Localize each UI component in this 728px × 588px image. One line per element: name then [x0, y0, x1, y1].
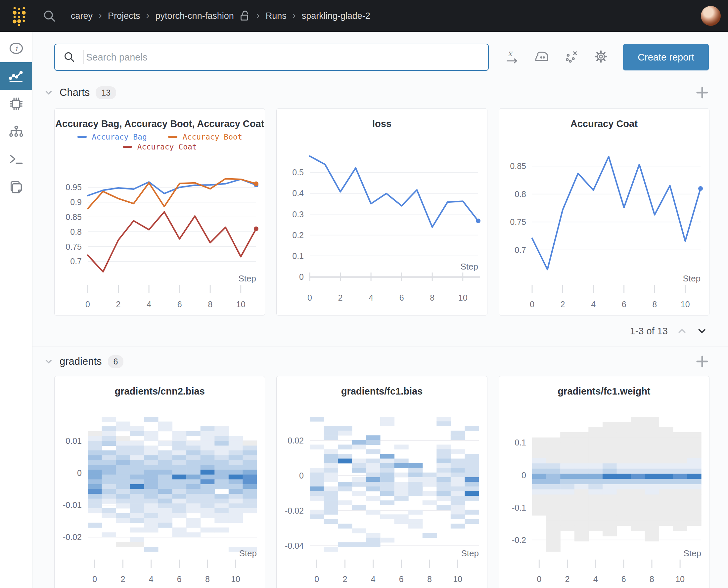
svg-text:8: 8 — [427, 574, 432, 584]
add-panel-icon[interactable] — [695, 354, 709, 369]
svg-text:x: x — [508, 49, 513, 58]
svg-text:0.2: 0.2 — [292, 231, 304, 240]
chart-legend: Accuracy Bag Accuracy Boot Accuracy Coat — [55, 133, 265, 151]
svg-text:Step: Step — [461, 548, 479, 558]
breadcrumb-runs[interactable]: Runs — [266, 11, 287, 21]
svg-text:6: 6 — [177, 300, 182, 309]
svg-text:2: 2 — [343, 574, 347, 584]
svg-text:Step: Step — [239, 548, 257, 558]
section-title-charts[interactable]: Charts — [60, 87, 90, 99]
svg-text:0.4: 0.4 — [292, 189, 304, 198]
svg-text:0: 0 — [530, 300, 534, 309]
legend-item-accuracy-coat[interactable]: Accuracy Coat — [123, 143, 197, 151]
sidebar-item-logs[interactable] — [0, 146, 32, 173]
svg-text:-0.02: -0.02 — [285, 506, 304, 515]
svg-text:6: 6 — [399, 574, 404, 584]
breadcrumb-run[interactable]: sparkling-glade-2 — [302, 11, 370, 21]
panel-cnn2-bias[interactable]: gradients/cnn2.bias 0.010-0.01-0.0202468… — [54, 376, 265, 588]
breadcrumb-project[interactable]: pytorch-cnn-fashion — [156, 11, 234, 21]
svg-text:2: 2 — [338, 293, 343, 302]
svg-text:4: 4 — [147, 300, 151, 309]
svg-text:0.7: 0.7 — [514, 245, 526, 255]
panel-title: gradients/fc1.weight — [499, 384, 709, 398]
panel-count-badge: 6 — [108, 355, 124, 368]
panel-loss[interactable]: loss 0.50.40.30.20.100246810Step — [276, 108, 487, 315]
heatmap-canvas[interactable]: 0.010-0.01-0.020246810Step — [55, 414, 265, 588]
sidebar-item-files[interactable] — [0, 173, 32, 201]
line-chart-canvas[interactable]: 0.950.90.850.80.750.70246810Step — [55, 172, 265, 315]
svg-text:10: 10 — [680, 300, 690, 309]
svg-text:-0.02: -0.02 — [63, 532, 82, 542]
settings-gear-icon[interactable] — [593, 49, 609, 65]
breadcrumb-separator: › — [292, 9, 296, 21]
svg-text:4: 4 — [593, 574, 598, 584]
search-icon — [63, 51, 76, 63]
page-down-icon[interactable] — [696, 326, 707, 337]
section-title-gradients[interactable]: gradients — [60, 356, 102, 368]
search-panels-box[interactable] — [54, 44, 489, 71]
panel-accuracy-multi[interactable]: Accuracy Bag, Accuracy Boot, Accuracy Co… — [54, 108, 265, 315]
svg-text:0.01: 0.01 — [65, 436, 82, 445]
panel-title: gradients/fc1.bias — [277, 384, 487, 398]
legend-swatch — [123, 146, 132, 148]
svg-text:10: 10 — [236, 300, 245, 309]
create-report-button[interactable]: Create report — [623, 44, 709, 70]
heatmap-canvas[interactable]: 0.020-0.02-0.040246810Step — [277, 414, 487, 588]
chevron-down-icon[interactable] — [44, 357, 54, 366]
chevron-down-icon[interactable] — [44, 88, 54, 98]
global-search-icon[interactable] — [42, 9, 56, 23]
panel-accuracy-coat[interactable]: Accuracy Coat 0.850.80.750.70246810Step — [499, 108, 709, 315]
svg-text:4: 4 — [591, 300, 595, 309]
svg-text:0.9: 0.9 — [70, 197, 82, 207]
sidebar-item-charts[interactable] — [0, 62, 32, 90]
search-panels-input[interactable] — [85, 51, 480, 63]
panel-count-badge: 13 — [96, 86, 116, 99]
svg-text:0.02: 0.02 — [288, 436, 304, 445]
svg-text:6: 6 — [622, 300, 626, 309]
svg-text:0.75: 0.75 — [510, 217, 526, 227]
svg-text:4: 4 — [369, 293, 373, 302]
svg-text:0: 0 — [85, 300, 90, 309]
svg-text:0.8: 0.8 — [70, 227, 82, 236]
legend-label: Accuracy Coat — [137, 143, 197, 151]
line-chart-canvas[interactable]: 0.850.80.750.70246810Step — [499, 146, 709, 315]
svg-text:0: 0 — [92, 574, 97, 584]
svg-text:0: 0 — [299, 471, 304, 480]
page-up-icon[interactable] — [676, 326, 688, 337]
breadcrumb-entity[interactable]: carey — [71, 11, 93, 21]
info-icon: i — [8, 41, 24, 55]
svg-text:2: 2 — [121, 574, 125, 584]
legend-swatch — [77, 136, 87, 138]
wandb-logo-icon[interactable] — [9, 5, 29, 27]
smoothing-iron-icon[interactable] — [534, 50, 549, 64]
left-sidebar: i — [0, 32, 33, 588]
svg-text:Step: Step — [461, 261, 479, 272]
x-axis-icon[interactable]: x — [505, 49, 519, 65]
svg-text:10: 10 — [453, 574, 463, 584]
breadcrumb-projects[interactable]: Projects — [108, 11, 140, 21]
panel-fc1-weight[interactable]: gradients/fc1.weight 0.10-0.1-0.20246810… — [499, 376, 709, 588]
svg-text:4: 4 — [149, 574, 154, 584]
svg-text:0: 0 — [307, 293, 312, 302]
panel-title: loss — [277, 117, 487, 131]
user-avatar[interactable] — [701, 6, 721, 26]
sidebar-item-overview[interactable]: i — [0, 35, 32, 62]
svg-text:8: 8 — [208, 300, 213, 309]
line-chart-canvas[interactable]: 0.50.40.30.20.100246810Step — [277, 146, 487, 315]
section-header-gradients: gradients 6 — [44, 354, 709, 369]
panel-fc1-bias[interactable]: gradients/fc1.bias 0.020-0.02-0.04024681… — [276, 376, 487, 588]
add-panel-icon[interactable] — [695, 85, 709, 100]
unlock-icon — [239, 10, 250, 22]
section-divider — [33, 346, 728, 347]
svg-text:10: 10 — [675, 574, 685, 584]
legend-item-accuracy-bag[interactable]: Accuracy Bag — [77, 133, 147, 141]
svg-text:0.1: 0.1 — [514, 438, 526, 447]
heatmap-canvas[interactable]: 0.10-0.1-0.20246810Step — [499, 414, 709, 588]
legend-item-accuracy-boot[interactable]: Accuracy Boot — [168, 133, 242, 141]
outliers-icon[interactable] — [564, 49, 578, 65]
svg-text:0.3: 0.3 — [292, 210, 304, 219]
sidebar-item-system[interactable] — [0, 90, 32, 118]
sidebar-item-model[interactable] — [0, 118, 32, 146]
svg-text:0.1: 0.1 — [292, 251, 304, 260]
charts-pagination: 1-3 of 13 — [33, 315, 728, 337]
